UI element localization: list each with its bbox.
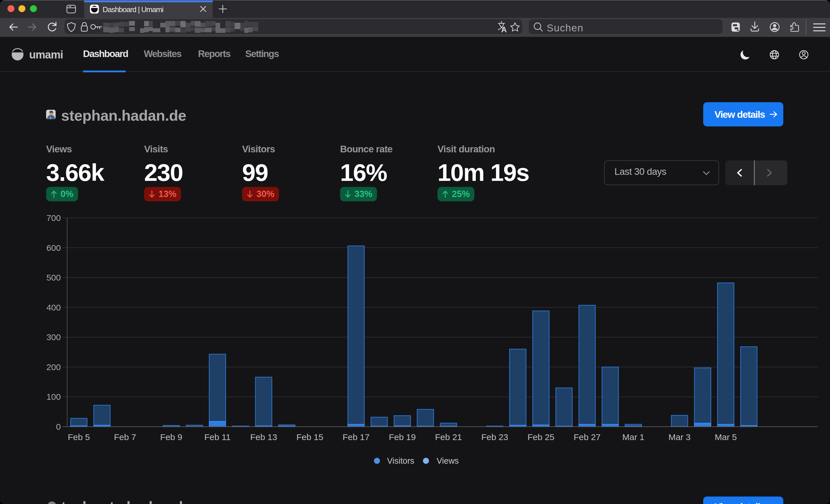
- svg-text:Feb 9: Feb 9: [160, 432, 183, 442]
- svg-text:300: 300: [46, 332, 61, 342]
- svg-text:Feb 19: Feb 19: [389, 432, 416, 442]
- svg-text:Mar 3: Mar 3: [669, 432, 691, 442]
- svg-text:Feb 13: Feb 13: [250, 432, 277, 442]
- svg-text:100: 100: [46, 392, 61, 401]
- svg-text:Mar 5: Mar 5: [715, 432, 737, 442]
- svg-text:Feb 27: Feb 27: [574, 432, 600, 442]
- svg-text:Feb 21: Feb 21: [435, 432, 462, 442]
- svg-text:500: 500: [46, 273, 61, 282]
- svg-text:700: 700: [46, 213, 61, 223]
- svg-text:Visitors: Visitors: [387, 456, 414, 465]
- svg-text:Feb 11: Feb 11: [204, 432, 230, 442]
- svg-text:Feb 17: Feb 17: [343, 432, 370, 442]
- svg-text:Views: Views: [437, 456, 459, 465]
- svg-text:400: 400: [46, 303, 61, 312]
- svg-text:600: 600: [46, 243, 61, 253]
- svg-text:Feb 5: Feb 5: [68, 432, 90, 442]
- svg-text:Mar 1: Mar 1: [622, 432, 644, 442]
- svg-text:200: 200: [46, 362, 61, 372]
- svg-text:Feb 15: Feb 15: [296, 432, 323, 442]
- svg-text:0: 0: [56, 422, 61, 431]
- svg-text:Feb 7: Feb 7: [114, 432, 136, 442]
- svg-text:Feb 23: Feb 23: [481, 432, 508, 442]
- svg-text:Feb 25: Feb 25: [528, 432, 554, 442]
